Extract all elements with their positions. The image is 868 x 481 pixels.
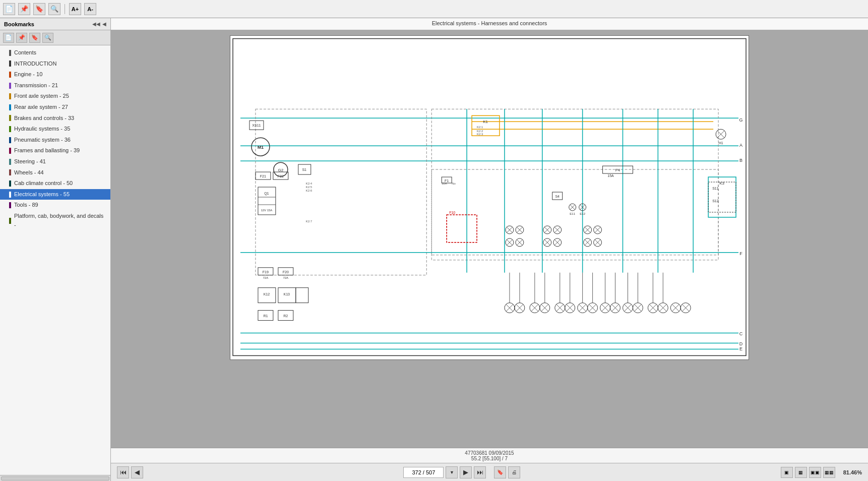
- view-double-button[interactable]: ▦: [795, 467, 807, 478]
- svg-text:G: G: [739, 117, 743, 123]
- diagram-scroll[interactable]: G A B F C D E: [111, 30, 868, 448]
- bookmark-icon-transmission: [8, 82, 12, 89]
- svg-text:K12: K12: [264, 292, 270, 296]
- bookmark-label-platform: Platform, cab, bodywork, and decals -: [14, 212, 106, 229]
- nav-go-button[interactable]: ▼: [446, 466, 458, 478]
- svg-text:C: C: [739, 331, 743, 336]
- nav-right: ▣ ▦ ▣▣ ▦▦ 81.46%: [781, 467, 862, 478]
- bookmark-label-electrical: Electrical systems - 55: [14, 190, 70, 199]
- sidebar-item-intro[interactable]: INTRODUCTION: [0, 58, 110, 70]
- view-grid-button[interactable]: ▦▦: [823, 467, 835, 478]
- view-multi-button[interactable]: ▣▣: [809, 467, 821, 478]
- sidebar-item-contents[interactable]: Contents: [0, 47, 110, 58]
- svg-text:F20: F20: [283, 270, 289, 274]
- sidebar-tool-4[interactable]: 🔍: [42, 33, 53, 43]
- svg-text:E11: E11: [570, 212, 575, 215]
- svg-text:12V 15A: 12V 15A: [261, 209, 272, 212]
- sidebar-item-platform[interactable]: Platform, cab, bodywork, and decals -: [0, 211, 110, 230]
- sidebar-item-cab-climate[interactable]: Cab climate control - 50: [0, 178, 110, 189]
- sidebar-item-electrical[interactable]: Electrical systems - 55: [0, 189, 110, 200]
- sidebar-item-transmission[interactable]: Transmission - 21: [0, 80, 110, 91]
- main-layout: Bookmarks ◀◀ ◀ 📄 📌 🔖 🔍 ContentsINTRODUCT…: [0, 18, 868, 481]
- bookmark-label-pneumatic: Pneumatic system - 36: [14, 136, 71, 145]
- bookmark-icon-front-axle: [8, 93, 12, 100]
- sidebar-scrollbar[interactable]: [0, 475, 110, 481]
- svg-text:K2:3: K2:3: [477, 133, 483, 136]
- bookmark-icon-hydraulic: [8, 126, 12, 133]
- svg-text:F22: F22: [278, 174, 284, 178]
- main-toolbar: 📄 📌 🔖 🔍 A+ A-: [0, 0, 868, 18]
- sidebar-tool-3[interactable]: 🔖: [29, 33, 40, 43]
- bookmark-icon-electrical: [8, 191, 12, 198]
- sidebar-tool-2[interactable]: 📌: [16, 33, 27, 43]
- svg-text:30A: 30A: [442, 182, 447, 185]
- sidebar-item-frames[interactable]: Frames and ballasting - 39: [0, 145, 110, 156]
- bookmark-icon-cab-climate: [8, 180, 12, 187]
- sidebar-item-pneumatic[interactable]: Pneumatic system - 36: [0, 135, 110, 146]
- bookmark-label-contents: Contents: [14, 48, 36, 57]
- bookmark-list: ContentsINTRODUCTIONEngine - 10Transmiss…: [0, 45, 110, 475]
- bookmark-icon-rear-axle: [8, 104, 12, 111]
- svg-text:K2:6: K2:6: [306, 189, 313, 192]
- toolbar-btn-1[interactable]: 📄: [3, 3, 15, 15]
- bookmark-label-transmission: Transmission - 21: [14, 81, 58, 90]
- toolbar-btn-3[interactable]: 🔖: [33, 3, 45, 15]
- sidebar-item-tools[interactable]: Tools - 89: [0, 200, 110, 211]
- bookmark-icon-brakes: [8, 114, 12, 122]
- bookmark-label-steering: Steering - 41: [14, 157, 46, 166]
- bookmark-icon-contents: [8, 49, 12, 56]
- sidebar: Bookmarks ◀◀ ◀ 📄 📌 🔖 🔍 ContentsINTRODUCT…: [0, 18, 111, 481]
- svg-text:F10: F10: [449, 211, 455, 214]
- sidebar-ctrl-prev[interactable]: ◀◀: [92, 21, 100, 27]
- svg-rect-0: [233, 39, 746, 356]
- nav-next-button[interactable]: ▶: [460, 466, 472, 478]
- bookmark-label-engine: Engine - 10: [14, 70, 42, 79]
- sidebar-item-wheels[interactable]: Wheels - 44: [0, 167, 110, 178]
- sidebar-item-hydraulic[interactable]: Hydraulic systems - 35: [0, 124, 110, 135]
- nav-print-button[interactable]: 🖨: [508, 466, 520, 478]
- svg-text:K3: K3: [719, 181, 724, 186]
- nav-bar: ⏮ ◀ ▼ ▶ ⏭ 🔖 🖨 ▣ ▦ ▣▣ ▦▦ 81.46%: [111, 463, 868, 481]
- sidebar-tool-1[interactable]: 📄: [3, 33, 14, 43]
- nav-bookmark-button[interactable]: 🔖: [494, 466, 506, 478]
- bookmark-icon-engine: [8, 71, 12, 78]
- svg-text:K13: K13: [284, 292, 290, 296]
- zoom-level: 81.46%: [843, 469, 862, 475]
- sidebar-item-brakes[interactable]: Brakes and controls - 33: [0, 113, 110, 124]
- diagram-container: G A B F C D E: [230, 35, 749, 360]
- bookmark-label-tools: Tools - 89: [14, 201, 38, 210]
- diagram-svg: G A B F C D E: [230, 36, 749, 358]
- svg-text:S12: S12: [712, 199, 719, 203]
- nav-prev-button[interactable]: ◀: [131, 466, 143, 478]
- svg-text:F4: F4: [615, 168, 621, 172]
- svg-text:R2: R2: [283, 314, 288, 318]
- nav-last-button[interactable]: ⏭: [474, 466, 486, 478]
- sidebar-item-front-axle[interactable]: Front axle system - 25: [0, 91, 110, 102]
- svg-text:F21: F21: [260, 174, 266, 178]
- bookmark-label-cab-climate: Cab climate control - 50: [14, 179, 73, 188]
- nav-first-button[interactable]: ⏮: [117, 466, 129, 478]
- toolbar-btn-4[interactable]: 🔍: [48, 3, 60, 15]
- bookmark-icon-intro: [8, 60, 12, 67]
- svg-text:72A: 72A: [263, 276, 269, 279]
- sidebar-item-rear-axle[interactable]: Rear axle system - 27: [0, 102, 110, 113]
- view-single-button[interactable]: ▣: [781, 467, 793, 478]
- sidebar-header: Bookmarks ◀◀ ◀: [0, 18, 110, 30]
- sidebar-item-engine[interactable]: Engine - 10: [0, 69, 110, 80]
- page-number-input[interactable]: [403, 467, 444, 478]
- sidebar-item-steering[interactable]: Steering - 41: [0, 156, 110, 167]
- bookmark-label-hydraulic: Hydraulic systems - 35: [14, 125, 70, 134]
- svg-text:B: B: [739, 158, 742, 163]
- toolbar-btn-2[interactable]: 📌: [18, 3, 30, 15]
- svg-text:No: No: [452, 182, 456, 185]
- svg-text:15A: 15A: [607, 174, 614, 177]
- svg-text:A: A: [739, 143, 742, 148]
- svg-text:E12: E12: [580, 212, 585, 215]
- svg-text:S1: S1: [302, 168, 306, 171]
- bookmark-icon-platform: [8, 217, 12, 224]
- toolbar-font-increase[interactable]: A+: [69, 3, 81, 15]
- svg-text:F: F: [739, 251, 742, 256]
- toolbar-font-decrease[interactable]: A-: [84, 3, 96, 15]
- bookmark-label-rear-axle: Rear axle system - 27: [14, 103, 68, 112]
- sidebar-ctrl-close[interactable]: ◀: [102, 21, 106, 27]
